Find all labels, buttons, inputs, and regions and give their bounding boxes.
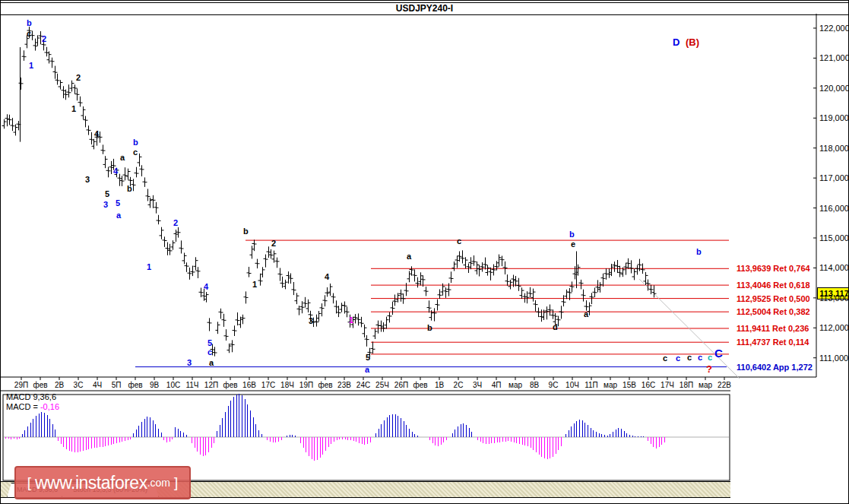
wave-label: b xyxy=(133,138,138,147)
fib-level-label: 112,9525 Ret 0,500 xyxy=(737,294,810,303)
wave-label: 5 xyxy=(207,339,212,347)
wave-label: c xyxy=(676,354,680,363)
wave-label: 2 xyxy=(173,219,178,227)
wave-label: 1 xyxy=(147,263,151,271)
date-axis-label: мар xyxy=(699,381,712,389)
chart-window: USDJPY240-I D (B) 113,117 ? MACD 9,36,6 … xyxy=(0,0,849,504)
instaforex-logo: [www.instaforex.com] xyxy=(14,466,191,499)
date-axis-label: 16В xyxy=(242,381,256,389)
date-axis-label: мар xyxy=(508,381,522,389)
logo-bracket-close: ] xyxy=(174,474,178,491)
date-axis-label: 16С xyxy=(642,381,655,389)
date-axis-label: 22В xyxy=(718,381,731,389)
date-axis-label: 3С xyxy=(74,381,84,389)
logo-domain: www.instaforex xyxy=(35,473,147,493)
price-chart-canvas xyxy=(1,1,849,504)
wave-label-D: D xyxy=(673,36,680,48)
macd-histogram-positive xyxy=(23,394,644,437)
wave-label: d xyxy=(553,323,558,331)
wave-label: c xyxy=(133,148,138,157)
macd-value-number: -0,16 xyxy=(40,402,59,411)
date-axis-label: 2С xyxy=(454,381,464,389)
fib-level-label: 113,9639 Ret 0,764 xyxy=(737,264,810,273)
wave-label: 3 xyxy=(85,176,90,184)
date-axis-label: 10С xyxy=(166,381,180,389)
date-axis-label: 11Ч xyxy=(185,381,198,389)
date-axis-label: 15В xyxy=(622,381,636,389)
wave-label: 3 xyxy=(309,317,313,325)
macd-value-prefix: MACD = xyxy=(6,402,40,411)
wave-label-B: (B) xyxy=(686,36,699,48)
wave-label: c xyxy=(457,237,461,246)
wave-label: 5 xyxy=(116,199,120,208)
wave-label: b xyxy=(427,324,432,332)
macd-value-label: MACD = -0,16 xyxy=(6,402,59,411)
macd-histogram-negative xyxy=(6,437,665,461)
macd-params-label: MACD 9,36,6 xyxy=(6,392,56,401)
wave-label: c xyxy=(698,353,702,362)
wave-label: c xyxy=(207,348,212,357)
wave-label: b xyxy=(127,185,132,193)
wave-label: b xyxy=(243,227,249,236)
date-axis-label: 17С xyxy=(261,381,275,389)
date-axis-label: 9В xyxy=(150,381,159,389)
wave-label: a xyxy=(584,310,588,319)
price-axis-label: 122,000 xyxy=(819,24,849,33)
date-axis-label: 12П xyxy=(204,381,218,389)
wave-label: 2 xyxy=(271,239,276,248)
date-axis-label: фев xyxy=(318,381,332,389)
wave-label: c xyxy=(687,353,692,362)
price-axis-label: 119,000 xyxy=(819,113,849,122)
date-axis-label: 4П xyxy=(492,381,502,389)
date-axis-label: 4Ч xyxy=(93,381,102,389)
price-axis-label: 120,000 xyxy=(819,84,849,93)
date-axis-label: 1В xyxy=(435,381,444,389)
price-axis-label: 115,000 xyxy=(819,233,849,242)
date-axis-label: 17Ч xyxy=(661,381,674,389)
wave-label: 1 xyxy=(349,316,353,325)
date-axis-label: 11П xyxy=(584,381,598,389)
logo-tld: .com xyxy=(147,477,170,489)
logo-bracket-open: [ xyxy=(27,474,31,491)
date-axis-label: 19П xyxy=(299,381,313,389)
date-axis-label: фев xyxy=(128,381,142,389)
wave-label: C xyxy=(714,348,723,359)
price-axis-label: 121,000 xyxy=(819,53,849,62)
wave-label: c xyxy=(663,354,667,363)
date-axis-label: 29П xyxy=(14,381,28,389)
wave-label: a xyxy=(120,154,125,162)
date-axis-label: 18Ч xyxy=(280,381,294,389)
fib-level-label: 110,6402 App 1,272 xyxy=(737,363,813,372)
date-axis-label: 25Ч xyxy=(375,381,389,389)
date-axis-label: 24С xyxy=(356,381,370,389)
date-axis-label: 3Ч xyxy=(473,381,482,389)
wave-label: 1 xyxy=(252,281,257,289)
wave-label: b xyxy=(696,248,702,256)
wave-label: 4 xyxy=(94,130,99,138)
date-axis-label: 26П xyxy=(394,381,408,389)
wave-label: 1 xyxy=(71,105,76,113)
date-axis-label: фев xyxy=(413,381,427,389)
wave-label: e xyxy=(571,240,575,249)
date-axis-label: 18П xyxy=(680,381,693,389)
wave-label: 5 xyxy=(105,190,109,198)
wave-label: c xyxy=(27,30,31,38)
wave-label: 2 xyxy=(76,74,81,82)
wave-label: a xyxy=(116,211,121,220)
date-axis-label: 10Ч xyxy=(565,381,579,389)
date-axis-label: 23В xyxy=(337,381,351,389)
wave-label: 4 xyxy=(325,273,329,281)
wave-label: b xyxy=(569,230,575,239)
wave-label: b xyxy=(27,19,32,27)
date-axis-label: фев xyxy=(33,381,47,389)
date-axis-label: фев xyxy=(223,381,237,389)
price-axis-label: 114,000 xyxy=(819,263,849,272)
price-axis-label: 116,000 xyxy=(819,204,849,213)
wave-label: a xyxy=(209,359,214,367)
question-mark-label: ? xyxy=(706,365,712,373)
price-bars xyxy=(2,27,657,357)
price-axis-label: 118,000 xyxy=(819,144,849,153)
wave-label: a xyxy=(365,366,369,374)
date-axis-label: 8В xyxy=(530,381,539,389)
date-axis-label: 2В xyxy=(55,381,64,389)
